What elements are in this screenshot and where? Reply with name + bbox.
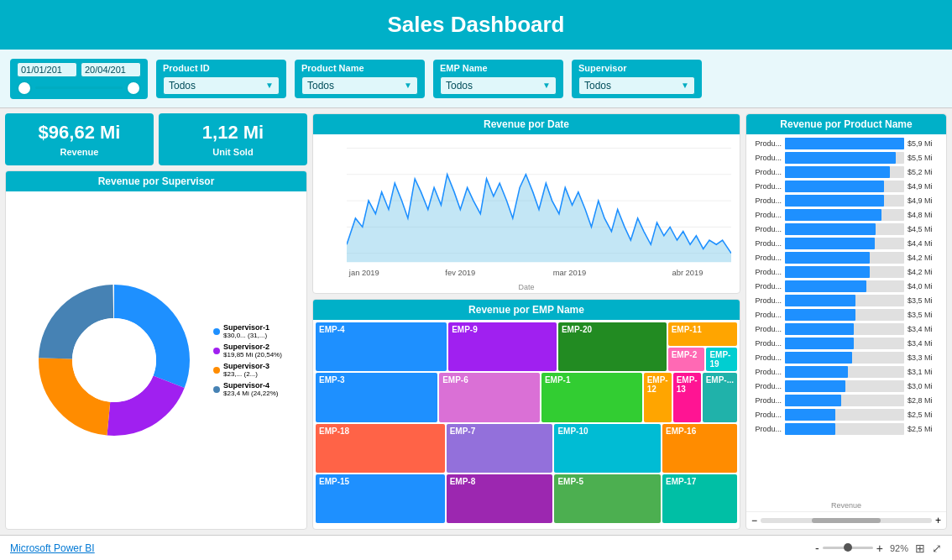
- treemap-cell-EMP6[interactable]: EMP-6: [439, 373, 540, 421]
- treemap-cell-EMP12[interactable]: EMP-12: [644, 373, 672, 421]
- zoom-level: 92%: [890, 543, 908, 553]
- date-end[interactable]: 20/04/201: [81, 62, 141, 77]
- bar-track: [785, 309, 904, 321]
- treemap-cell-EMP2[interactable]: EMP-2: [668, 348, 705, 371]
- bar-fill: [785, 380, 845, 392]
- emp-name-select[interactable]: Todos ▼: [440, 76, 557, 95]
- treemap-cell-EMP1[interactable]: EMP-1: [541, 373, 642, 421]
- table-row[interactable]: Produ... $3,0 Mi: [751, 380, 941, 392]
- treemap-cell-EMP18[interactable]: EMP-18: [316, 424, 445, 473]
- date-slider[interactable]: [17, 81, 141, 96]
- bar-value: $2,5 Mi: [908, 425, 941, 433]
- bar-fill: [785, 309, 855, 321]
- donut-chart[interactable]: [30, 276, 198, 444]
- bottom-bar: Microsoft Power BI - + 92% ⊞ ⤢: [0, 535, 952, 560]
- table-row[interactable]: Produ... $5,9 Mi: [751, 138, 941, 149]
- table-row[interactable]: Produ... $4,2 Mi: [751, 266, 941, 278]
- product-id-select[interactable]: Todos ▼: [163, 76, 280, 95]
- emp-name-label: EMP Name: [440, 63, 557, 73]
- treemap-right-group-1: EMP-11 EMP-2 EMP-19: [668, 322, 737, 371]
- bar-label: Produ...: [751, 239, 782, 248]
- bar-track: [785, 152, 904, 164]
- bar-label: Produ...: [751, 396, 782, 405]
- powerbi-link[interactable]: Microsoft Power BI: [10, 542, 95, 554]
- treemap-cell-EMP10[interactable]: EMP-10: [554, 424, 661, 473]
- table-row[interactable]: Produ... $4,2 Mi: [751, 252, 941, 264]
- treemap-cell-EMP4[interactable]: EMP-4: [316, 322, 447, 371]
- table-row[interactable]: Produ... $4,9 Mi: [751, 181, 941, 192]
- revenue-value: $96,62 Mi: [17, 122, 142, 144]
- bar-fill: [785, 223, 876, 235]
- slider-handle-left[interactable]: [17, 81, 32, 96]
- treemap-cell-EMP17[interactable]: EMP-17: [662, 474, 737, 523]
- bar-value: $2,8 Mi: [908, 396, 941, 405]
- bar-label: Produ...: [751, 268, 782, 276]
- treemap-cell-EMP11[interactable]: EMP-11: [668, 322, 737, 346]
- bar-track: [785, 181, 904, 192]
- zoom-slider[interactable]: [823, 547, 873, 549]
- treemap-cell-EMP3[interactable]: EMP-3: [316, 373, 437, 421]
- table-row[interactable]: Produ... $3,4 Mi: [751, 338, 941, 349]
- bar-label: Produ...: [751, 353, 782, 362]
- svg-text:abr 2019: abr 2019: [672, 269, 703, 277]
- slider-handle-right[interactable]: [126, 81, 141, 96]
- supervisor-label: Supervisor: [578, 63, 695, 73]
- scroll-left-icon[interactable]: −: [751, 515, 757, 526]
- table-row[interactable]: Produ... $4,5 Mi: [751, 223, 941, 235]
- bar-label: Produ...: [751, 368, 782, 376]
- table-row[interactable]: Produ... $4,4 Mi: [751, 238, 941, 249]
- treemap-right-sub-1: EMP-2 EMP-19: [668, 348, 737, 371]
- table-row[interactable]: Produ... $3,1 Mi: [751, 366, 941, 378]
- bar-fill: [785, 166, 890, 178]
- product-name-label: Product Name: [301, 63, 418, 73]
- table-row[interactable]: Produ... $3,5 Mi: [751, 309, 941, 321]
- supervisor-select[interactable]: Todos ▼: [578, 76, 695, 95]
- treemap-cell-EMP15[interactable]: EMP-15: [316, 474, 445, 523]
- treemap-cell-EMP7[interactable]: EMP-7: [447, 424, 553, 473]
- zoom-thumb[interactable]: [844, 543, 852, 552]
- table-row[interactable]: Produ... $2,5 Mi: [751, 409, 941, 421]
- svg-text:jan 2019: jan 2019: [348, 269, 379, 277]
- sup-label-1: Supervisor-1 $30,0... (31,...): [223, 323, 269, 339]
- bar-track: [785, 138, 904, 149]
- bar-track: [785, 295, 904, 306]
- bar-label: Produ...: [751, 382, 782, 390]
- treemap-cell-EMP-x[interactable]: EMP-...: [703, 373, 737, 421]
- table-row[interactable]: Produ... $5,2 Mi: [751, 166, 941, 178]
- scroll-thumb[interactable]: [812, 518, 881, 523]
- fit-icon[interactable]: ⊞: [915, 542, 925, 555]
- center-column: Revenue por Date $1,1 Mi $1,0 Mi $0,9 Mi…: [312, 113, 740, 530]
- bar-value: $5,5 Mi: [908, 154, 941, 162]
- bar-fill: [785, 152, 896, 164]
- main-content: $96,62 Mi Revenue 1,12 Mi Unit Sold Reve…: [0, 108, 952, 535]
- table-row[interactable]: Produ... $4,8 Mi: [751, 209, 941, 221]
- table-row[interactable]: Produ... $3,5 Mi: [751, 295, 941, 306]
- product-bar-title: Revenue por Product Name: [746, 114, 946, 134]
- emp-name-filter: EMP Name Todos ▼: [433, 60, 563, 98]
- bar-fill: [785, 181, 884, 192]
- product-name-select[interactable]: Todos ▼: [301, 76, 418, 95]
- zoom-minus-button[interactable]: -: [815, 542, 819, 555]
- treemap-cell-EMP16[interactable]: EMP-16: [662, 424, 737, 473]
- treemap-cell-EMP5[interactable]: EMP-5: [554, 474, 661, 523]
- treemap-cell-EMP8[interactable]: EMP-8: [447, 474, 553, 523]
- treemap-cell-EMP19[interactable]: EMP-19: [706, 348, 737, 371]
- bar-value: $4,9 Mi: [908, 196, 941, 205]
- bar-track: [785, 338, 904, 349]
- zoom-plus-button[interactable]: +: [876, 542, 883, 555]
- treemap-cell-EMP9[interactable]: EMP-9: [448, 322, 557, 371]
- table-row[interactable]: Produ... $2,5 Mi: [751, 423, 941, 435]
- bar-track: [785, 366, 904, 378]
- table-row[interactable]: Produ... $5,5 Mi: [751, 152, 941, 164]
- treemap-cell-EMP20[interactable]: EMP-20: [558, 322, 667, 371]
- date-start[interactable]: 01/01/201: [17, 62, 77, 77]
- expand-icon[interactable]: ⤢: [932, 542, 942, 555]
- treemap-cell-EMP13[interactable]: EMP-13: [673, 373, 701, 421]
- scroll-track[interactable]: [761, 518, 932, 523]
- scroll-right-icon[interactable]: +: [935, 515, 941, 526]
- table-row[interactable]: Produ... $2,8 Mi: [751, 395, 941, 406]
- table-row[interactable]: Produ... $4,0 Mi: [751, 280, 941, 292]
- table-row[interactable]: Produ... $3,4 Mi: [751, 323, 941, 335]
- table-row[interactable]: Produ... $4,9 Mi: [751, 195, 941, 207]
- table-row[interactable]: Produ... $3,3 Mi: [751, 352, 941, 364]
